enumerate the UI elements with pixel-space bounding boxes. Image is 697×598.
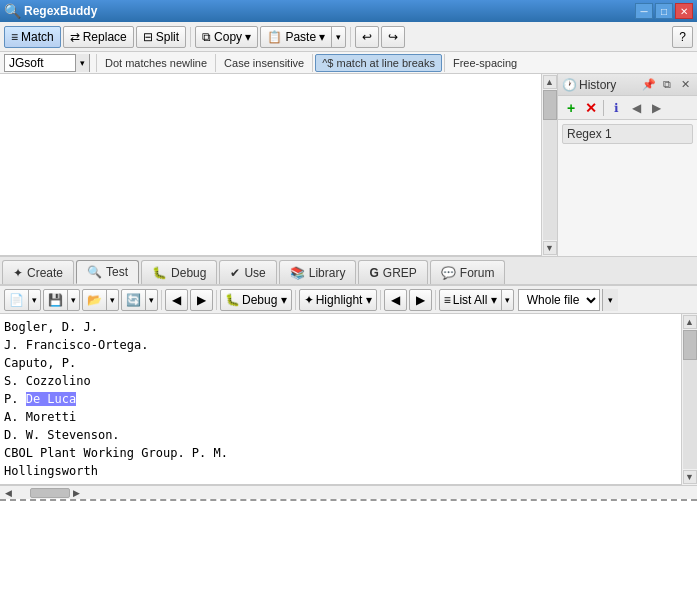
paste-dropdown[interactable]: 📋 Paste ▾ ▾ — [260, 26, 346, 48]
open-file-btn[interactable]: 📂 ▾ — [82, 289, 119, 311]
list-all-btn[interactable]: ≡ List All ▾ ▾ — [439, 289, 514, 311]
act-sep3 — [295, 290, 296, 310]
history-info-btn[interactable]: ℹ — [607, 99, 625, 117]
highlight-btn[interactable]: ✦ Highlight ▾ — [299, 289, 377, 311]
create-icon: ✦ — [13, 266, 23, 280]
free-spacing-btn[interactable]: Free-spacing — [447, 54, 523, 72]
history-close-btn[interactable]: ✕ — [677, 77, 693, 93]
vscroll-up-arrow[interactable]: ▲ — [543, 75, 557, 89]
test-vscrollbar[interactable]: ▲ ▼ — [681, 314, 697, 485]
test-list-item: CBOL Plant Working Group. P. M. — [4, 444, 677, 462]
history-float-btn[interactable]: ⧉ — [659, 77, 675, 93]
engine-dropdown-arrow[interactable]: ▾ — [75, 54, 89, 72]
copy-dropdown[interactable]: ⧉ Copy ▾ — [195, 26, 258, 48]
new-file-btn[interactable]: 📄 ▾ — [4, 289, 41, 311]
engine-input[interactable] — [5, 55, 75, 71]
forum-icon: 💬 — [441, 266, 456, 280]
test-vscroll-down[interactable]: ▼ — [683, 470, 697, 484]
close-button[interactable]: ✕ — [675, 3, 693, 19]
list-dd-arrow[interactable]: ▾ — [501, 289, 513, 311]
tab-use[interactable]: ✔ Use — [219, 260, 276, 284]
library-icon: 📚 — [290, 266, 305, 280]
tab-library[interactable]: 📚 Library — [279, 260, 357, 284]
split-button[interactable]: ⊟ Split — [136, 26, 186, 48]
next-btn[interactable]: ▶ — [190, 289, 213, 311]
history-prev-btn[interactable]: ◀ — [627, 99, 645, 117]
history-pin-btn[interactable]: 📌 — [641, 77, 657, 93]
test-list-item: S. Cozzolino — [4, 372, 677, 390]
history-add-btn[interactable]: + — [562, 99, 580, 117]
hscroll-left-arrow[interactable]: ◀ — [2, 487, 14, 499]
paste-dropdown-arrow[interactable]: ▾ — [331, 26, 345, 48]
hscroll-right-arrow[interactable]: ▶ — [70, 487, 82, 499]
tab-grep[interactable]: G GREP — [358, 260, 427, 284]
scope-select[interactable]: Whole file — [519, 290, 599, 310]
app-title: RegexBuddy — [24, 4, 97, 18]
tab-create[interactable]: ✦ Create — [2, 260, 74, 284]
refresh-btn[interactable]: 🔄 ▾ — [121, 289, 158, 311]
engine-combo[interactable]: ▾ — [4, 54, 90, 72]
regex-vscrollbar[interactable]: ▲ ▼ — [541, 74, 557, 256]
test-list[interactable]: Bogler, D. J.J. Francisco-Ortega.Caputo,… — [0, 314, 681, 485]
help-button[interactable]: ? — [672, 26, 693, 48]
main-toolbar: ≡ Match ⇄ Replace ⊟ Split ⧉ Copy ▾ 📋 Pas… — [0, 22, 697, 52]
match-button[interactable]: ≡ Match — [4, 26, 61, 48]
next-match-icon: ▶ — [416, 293, 425, 307]
regex-input[interactable] — [0, 74, 541, 252]
act-sep5 — [435, 290, 436, 310]
case-insensitive-btn[interactable]: Case insensitive — [218, 54, 310, 72]
open-icon: 📂 — [87, 293, 102, 307]
history-del-btn[interactable]: ✕ — [582, 99, 600, 117]
history-item-1[interactable]: Regex 1 — [562, 124, 693, 144]
tab-bar: ✦ Create 🔍 Test 🐛 Debug ✔ Use 📚 Library … — [0, 257, 697, 285]
maximize-button[interactable]: □ — [655, 3, 673, 19]
undo-button[interactable]: ↩ — [355, 26, 379, 48]
action-toolbar: 📄 ▾ 💾 ▾ 📂 ▾ 🔄 ▾ ◀ ▶ 🐛 Debug ▾ — [0, 286, 697, 314]
test-icon: 🔍 — [87, 265, 102, 279]
vscroll-down-arrow[interactable]: ▼ — [543, 241, 557, 255]
debug-action-icon: 🐛 — [225, 293, 240, 307]
prev-btn[interactable]: ◀ — [165, 289, 188, 311]
test-vscroll-up[interactable]: ▲ — [683, 315, 697, 329]
history-panel: 🕐 History 📌 ⧉ ✕ + ✕ ℹ ◀ ▶ Regex 1 — [557, 74, 697, 257]
scope-combo[interactable]: Whole file — [518, 289, 600, 311]
refresh-dd-arrow[interactable]: ▾ — [145, 289, 157, 311]
refresh-icon: 🔄 — [126, 293, 141, 307]
new-icon: 📄 — [9, 293, 24, 307]
minimize-button[interactable]: ─ — [635, 3, 653, 19]
act-sep2 — [216, 290, 217, 310]
paste-icon: 📋 — [267, 30, 282, 44]
content-row: ▲ ▼ 🕐 History 📌 ⧉ ✕ + ✕ ℹ ◀ ▶ Regex 1 — [0, 74, 697, 257]
history-icon: 🕐 — [562, 78, 577, 92]
redo-button[interactable]: ↪ — [381, 26, 405, 48]
test-hscrollbar[interactable]: ◀ ▶ — [0, 485, 697, 499]
vscroll-thumb[interactable] — [543, 90, 557, 120]
prev-match-btn[interactable]: ◀ — [384, 289, 407, 311]
debug-btn[interactable]: 🐛 Debug ▾ — [220, 289, 292, 311]
vscroll-track — [543, 90, 557, 240]
opt-sep3 — [312, 54, 313, 72]
history-next-btn[interactable]: ▶ — [647, 99, 665, 117]
save-icon: 💾 — [48, 293, 63, 307]
test-vscroll-thumb[interactable] — [683, 330, 697, 360]
anchors-btn[interactable]: ^$ match at line breaks — [315, 54, 442, 72]
hscroll-thumb[interactable] — [30, 488, 70, 498]
open-dd-arrow[interactable]: ▾ — [106, 289, 118, 311]
next-match-btn[interactable]: ▶ — [409, 289, 432, 311]
test-list-item: Hollingsworth — [4, 462, 677, 480]
highlight-icon: ✦ — [304, 293, 314, 307]
replace-icon: ⇄ — [70, 30, 80, 44]
save-file-btn[interactable]: 💾 ▾ — [43, 289, 80, 311]
tab-debug[interactable]: 🐛 Debug — [141, 260, 217, 284]
list-icon: ≡ — [444, 293, 451, 307]
tab-forum[interactable]: 💬 Forum — [430, 260, 506, 284]
bottom-result-panel — [0, 499, 697, 598]
replace-button[interactable]: ⇄ Replace — [63, 26, 134, 48]
scope-dd-arrow[interactable]: ▾ — [602, 289, 618, 311]
new-dd-arrow[interactable]: ▾ — [28, 289, 40, 311]
tab-test[interactable]: 🔍 Test — [76, 260, 139, 284]
bottom-section: 📄 ▾ 💾 ▾ 📂 ▾ 🔄 ▾ ◀ ▶ 🐛 Debug ▾ — [0, 285, 697, 598]
save-dd-arrow[interactable]: ▾ — [67, 289, 79, 311]
undo-icon: ↩ — [362, 30, 372, 44]
dot-newline-btn[interactable]: Dot matches newline — [99, 54, 213, 72]
